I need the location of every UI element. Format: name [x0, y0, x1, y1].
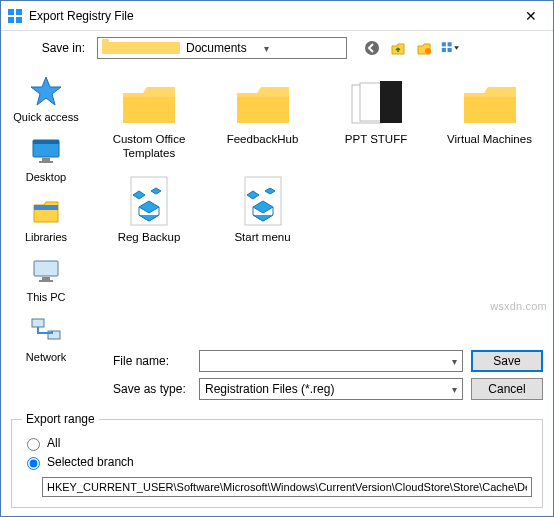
- place-desktop[interactable]: Desktop: [6, 129, 86, 187]
- place-label: Libraries: [25, 231, 67, 243]
- libraries-icon: [30, 195, 62, 227]
- titlebar: Export Registry File ✕: [1, 1, 553, 31]
- up-one-level-button[interactable]: [387, 37, 409, 59]
- folder-icon: [102, 42, 180, 54]
- chevron-down-icon: ▾: [264, 43, 342, 54]
- window-title: Export Registry File: [29, 9, 508, 23]
- radio-all[interactable]: All: [22, 435, 532, 451]
- chevron-down-icon[interactable]: ▾: [452, 356, 457, 367]
- item-label: PPT STUFF: [345, 133, 407, 147]
- radio-selected-input[interactable]: [27, 457, 40, 470]
- item-label: Virtual Machines: [447, 133, 532, 147]
- toolbar: Save in: Documents ▾: [1, 31, 553, 63]
- close-icon: ✕: [525, 8, 537, 24]
- regfile-icon: [231, 175, 295, 227]
- svg-rect-16: [34, 261, 58, 276]
- close-button[interactable]: ✕: [508, 1, 553, 31]
- item-label: Reg Backup: [118, 231, 181, 245]
- item-label: Custom Office Templates: [99, 133, 199, 161]
- save-as-type-value: Registration Files (*.reg): [205, 382, 334, 396]
- svg-rect-2: [8, 17, 14, 23]
- branch-path-input[interactable]: [42, 477, 532, 497]
- place-label: Desktop: [26, 171, 66, 183]
- place-network[interactable]: Network: [6, 309, 86, 367]
- quick-access-icon: [30, 75, 62, 107]
- file-list[interactable]: Custom Office Templates FeedbackHub PPT …: [91, 63, 553, 340]
- desktop-icon: [30, 135, 62, 167]
- new-folder-button[interactable]: [413, 37, 435, 59]
- item-label: Start menu: [234, 231, 290, 245]
- svg-rect-19: [32, 319, 44, 327]
- cancel-button[interactable]: Cancel: [471, 378, 543, 400]
- place-this-pc[interactable]: This PC: [6, 249, 86, 307]
- view-menu-button[interactable]: [439, 37, 461, 59]
- save-in-label: Save in:: [11, 41, 91, 55]
- bottom-fields: File name: ▾ Save Save as type: Registra…: [91, 340, 553, 408]
- svg-rect-7: [448, 42, 452, 46]
- list-item[interactable]: Start menu: [211, 171, 315, 249]
- svg-rect-18: [39, 280, 53, 282]
- place-label: Network: [26, 351, 66, 363]
- svg-rect-9: [448, 48, 452, 52]
- chevron-down-icon[interactable]: ▾: [452, 384, 457, 395]
- svg-rect-14: [39, 161, 53, 163]
- svg-rect-1: [16, 9, 22, 15]
- svg-rect-3: [16, 17, 22, 23]
- list-item[interactable]: PPT STUFF: [324, 73, 428, 165]
- radio-selected-branch[interactable]: Selected branch: [22, 454, 532, 470]
- file-name-label: File name:: [101, 354, 191, 368]
- folder-icon: [458, 77, 522, 129]
- radio-selected-label: Selected branch: [47, 455, 134, 469]
- file-name-input[interactable]: ▾: [199, 350, 463, 372]
- file-name-text[interactable]: [205, 354, 457, 368]
- save-in-value: Documents: [186, 41, 264, 55]
- folder-icon: [117, 77, 181, 129]
- radio-all-label: All: [47, 436, 60, 450]
- svg-rect-17: [42, 277, 50, 280]
- item-label: FeedbackHub: [227, 133, 299, 147]
- save-button[interactable]: Save: [471, 350, 543, 372]
- svg-rect-6: [442, 42, 446, 46]
- save-as-type-label: Save as type:: [101, 382, 191, 396]
- svg-marker-10: [31, 77, 61, 105]
- radio-all-input[interactable]: [27, 438, 40, 451]
- regfile-icon: [117, 175, 181, 227]
- place-quick-access[interactable]: Quick access: [6, 69, 86, 127]
- this-pc-icon: [30, 255, 62, 287]
- svg-point-5: [425, 48, 431, 54]
- save-as-type-combo[interactable]: Registration Files (*.reg) ▾: [199, 378, 463, 400]
- svg-rect-8: [442, 48, 446, 52]
- export-range-legend: Export range: [22, 412, 99, 426]
- svg-rect-0: [8, 9, 14, 15]
- svg-point-4: [365, 41, 379, 55]
- svg-rect-15: [34, 205, 58, 210]
- list-item[interactable]: Virtual Machines: [438, 73, 542, 165]
- list-item[interactable]: Custom Office Templates: [97, 73, 201, 165]
- place-label: This PC: [26, 291, 65, 303]
- save-in-combo[interactable]: Documents ▾: [97, 37, 347, 59]
- place-label: Quick access: [13, 111, 78, 123]
- network-icon: [30, 315, 62, 347]
- export-range-group: Export range All Selected branch: [11, 412, 543, 508]
- places-bar: Quick access Desktop Libraries This PC N…: [1, 63, 91, 408]
- ppt-folder-icon: [344, 77, 408, 129]
- app-icon: [7, 8, 23, 24]
- svg-rect-12: [33, 140, 59, 144]
- list-item[interactable]: FeedbackHub: [211, 73, 315, 165]
- svg-rect-13: [42, 158, 50, 161]
- svg-rect-23: [380, 81, 402, 123]
- place-libraries[interactable]: Libraries: [6, 189, 86, 247]
- back-button[interactable]: [361, 37, 383, 59]
- list-item[interactable]: Reg Backup: [97, 171, 201, 249]
- folder-icon: [231, 77, 295, 129]
